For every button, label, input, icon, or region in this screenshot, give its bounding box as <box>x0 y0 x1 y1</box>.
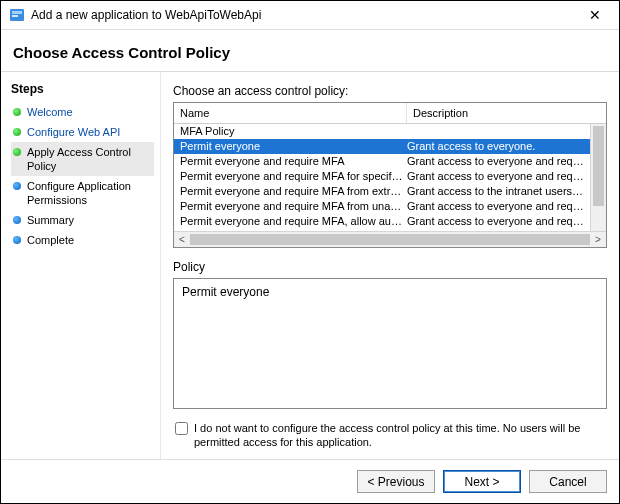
policy-detail-label: Policy <box>173 260 607 274</box>
policy-row[interactable]: Permit everyone and require MFAGrant acc… <box>174 154 590 169</box>
svg-rect-1 <box>12 11 22 14</box>
page-title: Choose Access Control Policy <box>13 44 607 61</box>
policy-list-label: Choose an access control policy: <box>173 84 607 98</box>
wizard-header: Choose Access Control Policy <box>1 30 619 72</box>
policy-description: Grant access to everyone. <box>407 139 584 154</box>
policy-description <box>407 124 584 139</box>
app-icon <box>9 7 25 23</box>
policy-name: Permit everyone and require MFA from ext… <box>180 184 407 199</box>
step-apply-access-control-policy: Apply Access Control Policy <box>11 142 154 176</box>
step-complete-icon <box>13 128 21 136</box>
optout-label: I do not want to configure the access co… <box>194 421 605 449</box>
policy-row[interactable]: Permit everyone and require MFA from una… <box>174 199 590 214</box>
step-complete: Complete <box>11 230 154 250</box>
horizontal-scrollbar[interactable]: < > <box>174 231 606 247</box>
policy-name: MFA Policy <box>180 124 407 139</box>
horizontal-scroll-thumb[interactable] <box>190 234 590 245</box>
svg-rect-2 <box>12 15 18 17</box>
step-label: Configure Application Permissions <box>27 179 152 207</box>
step-complete-icon <box>13 108 21 116</box>
step-configure-application-permissions: Configure Application Permissions <box>11 176 154 210</box>
step-configure-web-api[interactable]: Configure Web API <box>11 122 154 142</box>
policy-name: Permit everyone and require MFA from una… <box>180 199 407 214</box>
step-label: Apply Access Control Policy <box>27 145 152 173</box>
title-bar: Add a new application to WebApiToWebApi … <box>1 1 619 30</box>
vertical-scrollbar[interactable] <box>590 124 606 231</box>
policy-description: Grant access to everyone and require MFA… <box>407 169 584 184</box>
policy-list-header[interactable]: Name Description <box>174 103 606 124</box>
policy-row[interactable]: Permit everyone and require MFA for spec… <box>174 169 590 184</box>
next-button[interactable]: Next > <box>443 470 521 493</box>
step-welcome[interactable]: Welcome <box>11 102 154 122</box>
cancel-button[interactable]: Cancel <box>529 470 607 493</box>
optout-row[interactable]: I do not want to configure the access co… <box>173 409 607 459</box>
policy-description: Grant access to the intranet users. <box>407 229 584 231</box>
policy-name: Permit everyone <box>180 139 407 154</box>
previous-button[interactable]: < Previous <box>357 470 435 493</box>
policy-name: Permit everyone and require MFA <box>180 154 407 169</box>
vertical-scroll-thumb[interactable] <box>593 126 604 206</box>
policy-row[interactable]: Permit everyone for intranet accessGrant… <box>174 229 590 231</box>
step-pending-icon <box>13 236 21 244</box>
column-header-description[interactable]: Description <box>407 103 606 123</box>
column-header-name[interactable]: Name <box>174 103 407 123</box>
step-pending-icon <box>13 216 21 224</box>
step-label: Summary <box>27 213 74 227</box>
step-label: Complete <box>27 233 74 247</box>
content-pane: Choose an access control policy: Name De… <box>161 72 619 459</box>
policy-detail-box: Permit everyone <box>173 278 607 409</box>
policy-name: Permit everyone and require MFA for spec… <box>180 169 407 184</box>
step-summary: Summary <box>11 210 154 230</box>
policy-description: Grant access to everyone and require MFA… <box>407 154 584 169</box>
policy-detail-text: Permit everyone <box>182 285 269 299</box>
step-label: Welcome <box>27 105 73 119</box>
policy-description: Grant access to everyone and require MFA… <box>407 199 584 214</box>
step-pending-icon <box>13 182 21 190</box>
policy-row[interactable]: Permit everyone and require MFA from ext… <box>174 184 590 199</box>
policy-description: Grant access to the intranet users and r… <box>407 184 584 199</box>
window-title: Add a new application to WebApiToWebApi <box>31 8 579 22</box>
step-label: Configure Web API <box>27 125 120 139</box>
policy-list[interactable]: Name Description MFA PolicyPermit everyo… <box>173 102 607 248</box>
policy-row[interactable]: Permit everyone and require MFA, allow a… <box>174 214 590 229</box>
policy-name: Permit everyone for intranet access <box>180 229 407 231</box>
step-complete-icon <box>13 148 21 156</box>
policy-description: Grant access to everyone and require MFA… <box>407 214 584 229</box>
scroll-left-icon[interactable]: < <box>174 234 190 245</box>
wizard-footer: < Previous Next > Cancel <box>1 459 619 503</box>
steps-heading: Steps <box>11 82 154 96</box>
policy-row[interactable]: Permit everyoneGrant access to everyone. <box>174 139 590 154</box>
steps-sidebar: Steps WelcomeConfigure Web APIApply Acce… <box>1 72 161 459</box>
optout-checkbox[interactable] <box>175 422 188 435</box>
policy-row[interactable]: MFA Policy <box>174 124 590 139</box>
scroll-right-icon[interactable]: > <box>590 234 606 245</box>
policy-name: Permit everyone and require MFA, allow a… <box>180 214 407 229</box>
close-icon[interactable]: ✕ <box>579 7 611 23</box>
